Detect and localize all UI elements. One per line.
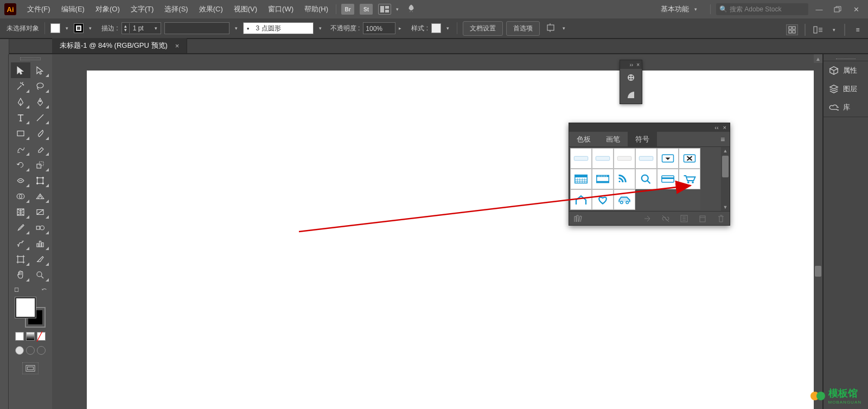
menu-effect[interactable]: 效果(C) bbox=[194, 2, 228, 17]
paintbrush-tool[interactable] bbox=[30, 125, 50, 141]
menu-type[interactable]: 文字(T) bbox=[125, 2, 159, 17]
screen-mode-button[interactable] bbox=[22, 362, 39, 374]
color-mode-solid[interactable] bbox=[15, 332, 24, 341]
style-dropdown[interactable]: ▾ bbox=[444, 25, 451, 31]
document-setup-button[interactable]: 文档设置 bbox=[463, 21, 503, 36]
blend-tool[interactable] bbox=[30, 220, 50, 235]
artboard-tool[interactable] bbox=[11, 251, 30, 267]
draw-normal[interactable] bbox=[15, 346, 24, 355]
window-restore-button[interactable] bbox=[830, 4, 845, 15]
gradient-tool[interactable] bbox=[30, 204, 50, 220]
menu-file[interactable]: 文件(F) bbox=[22, 2, 56, 17]
color-mode-none[interactable]: ╱ bbox=[37, 332, 46, 341]
symbols-scrollbar[interactable]: ▲ ▼ bbox=[721, 147, 730, 211]
close-tab-button[interactable]: × bbox=[175, 42, 180, 50]
fill-color[interactable] bbox=[15, 297, 36, 318]
panel-drag-handle[interactable] bbox=[824, 56, 868, 61]
magic-wand-tool[interactable] bbox=[11, 78, 30, 94]
break-link-icon[interactable] bbox=[661, 214, 670, 223]
tab-swatches[interactable]: 色板 bbox=[569, 132, 598, 146]
menu-help[interactable]: 帮助(H) bbox=[299, 2, 334, 17]
opacity-input[interactable]: 100% ▸ bbox=[363, 22, 404, 34]
color-guide-panel-icon[interactable] bbox=[620, 86, 642, 104]
symbol-cart[interactable] bbox=[679, 169, 700, 189]
dock-item-layers[interactable]: 图层 bbox=[824, 80, 868, 98]
dock-item-properties[interactable]: 属性 bbox=[824, 61, 868, 80]
vertical-scrollbar[interactable]: ▲ bbox=[814, 54, 822, 409]
menu-select[interactable]: 选择(S) bbox=[159, 2, 193, 17]
symbol-bar-3[interactable] bbox=[614, 148, 635, 169]
window-minimize-button[interactable]: — bbox=[812, 4, 827, 15]
gpu-rocket-icon[interactable] bbox=[406, 4, 416, 15]
scroll-thumb[interactable] bbox=[722, 156, 729, 177]
panel-drag-handle[interactable] bbox=[20, 57, 41, 60]
column-graph-tool[interactable] bbox=[30, 235, 50, 251]
rotate-tool[interactable] bbox=[11, 157, 30, 172]
eraser-tool[interactable] bbox=[30, 141, 50, 157]
scroll-thumb[interactable] bbox=[815, 266, 821, 277]
hand-tool[interactable] bbox=[11, 267, 30, 283]
artboard[interactable] bbox=[87, 71, 818, 409]
line-segment-tool[interactable] bbox=[30, 110, 50, 125]
swap-fill-stroke-icon[interactable]: ⤺ bbox=[42, 286, 47, 293]
close-icon[interactable]: × bbox=[723, 124, 726, 131]
stroke-swatch[interactable] bbox=[74, 23, 84, 33]
lasso-tool[interactable] bbox=[30, 78, 50, 94]
bridge-icon[interactable]: Br bbox=[341, 4, 354, 15]
brush-dropdown[interactable]: ▾ bbox=[317, 25, 324, 31]
window-close-button[interactable]: ✕ bbox=[848, 4, 864, 15]
symbol-film[interactable] bbox=[592, 169, 614, 189]
draw-behind[interactable] bbox=[26, 346, 35, 355]
scroll-down-arrow[interactable]: ▼ bbox=[721, 203, 730, 211]
floating-panel-collapsed[interactable]: ›› × bbox=[620, 60, 642, 104]
fill-dropdown[interactable]: ▾ bbox=[63, 25, 71, 31]
control-menu-icon[interactable]: ≡ bbox=[852, 24, 864, 35]
color-panel-icon[interactable] bbox=[620, 69, 642, 86]
symbol-dropdown[interactable] bbox=[657, 148, 679, 169]
new-symbol-icon[interactable] bbox=[698, 214, 707, 223]
menu-edit[interactable]: 编辑(E) bbox=[56, 2, 90, 17]
arrange-dropdown[interactable]: ▾ bbox=[394, 7, 401, 12]
color-mode-gradient[interactable] bbox=[26, 332, 35, 341]
delete-symbol-icon[interactable] bbox=[717, 214, 725, 223]
chevron-down-icon[interactable]: ▾ bbox=[151, 25, 161, 31]
align-to-icon[interactable] bbox=[546, 23, 557, 34]
scroll-up-arrow[interactable]: ▲ bbox=[814, 54, 822, 63]
draw-inside[interactable] bbox=[37, 346, 46, 355]
arrange-documents-icon[interactable] bbox=[378, 4, 391, 15]
zoom-tool[interactable] bbox=[30, 267, 50, 283]
profile-dropdown[interactable]: ▾ bbox=[233, 25, 240, 31]
symbol-search[interactable] bbox=[635, 169, 657, 189]
symbol-home[interactable] bbox=[570, 189, 592, 210]
pen-tool[interactable] bbox=[11, 94, 30, 110]
chevron-right-icon[interactable]: ▸ bbox=[397, 25, 404, 31]
tab-brushes[interactable]: 画笔 bbox=[598, 132, 628, 146]
symbol-sprayer-tool[interactable] bbox=[11, 235, 30, 251]
fill-swatch[interactable] bbox=[50, 23, 60, 33]
close-icon[interactable]: × bbox=[636, 62, 640, 68]
shape-builder-tool[interactable] bbox=[11, 188, 30, 204]
default-fill-stroke-icon[interactable]: ◻ bbox=[14, 286, 19, 293]
menu-object[interactable]: 对象(O) bbox=[90, 2, 125, 17]
stroke-weight-input[interactable]: ▴▾ 1 pt ▾ bbox=[122, 22, 161, 34]
stock-icon[interactable]: St bbox=[360, 4, 373, 15]
panel-menu-icon[interactable]: ≡ bbox=[716, 132, 730, 146]
canvas-area[interactable]: ▲ ›› × ‹‹ × 色板 画笔 符号 ≡ bbox=[52, 54, 822, 409]
symbol-libraries-icon[interactable] bbox=[573, 214, 582, 223]
eyedropper-tool[interactable] bbox=[11, 220, 30, 235]
panel-header[interactable]: ‹‹ × bbox=[569, 123, 730, 132]
menu-view[interactable]: 视图(V) bbox=[228, 2, 263, 17]
symbol-bar-4[interactable] bbox=[635, 148, 657, 169]
direct-selection-tool[interactable] bbox=[30, 62, 50, 78]
rectangle-tool[interactable] bbox=[11, 125, 30, 141]
shaper-tool[interactable] bbox=[11, 141, 30, 157]
width-tool[interactable] bbox=[11, 172, 30, 188]
fill-stroke-swatches[interactable] bbox=[15, 297, 46, 328]
symbol-rss[interactable] bbox=[614, 169, 635, 189]
menu-window[interactable]: 窗口(W) bbox=[263, 2, 299, 17]
stroke-dropdown[interactable]: ▾ bbox=[87, 25, 94, 31]
symbol-car[interactable] bbox=[614, 189, 635, 210]
type-tool[interactable] bbox=[11, 110, 30, 125]
symbol-heart[interactable] bbox=[592, 189, 614, 210]
dock-toggle-icon[interactable] bbox=[812, 24, 824, 35]
